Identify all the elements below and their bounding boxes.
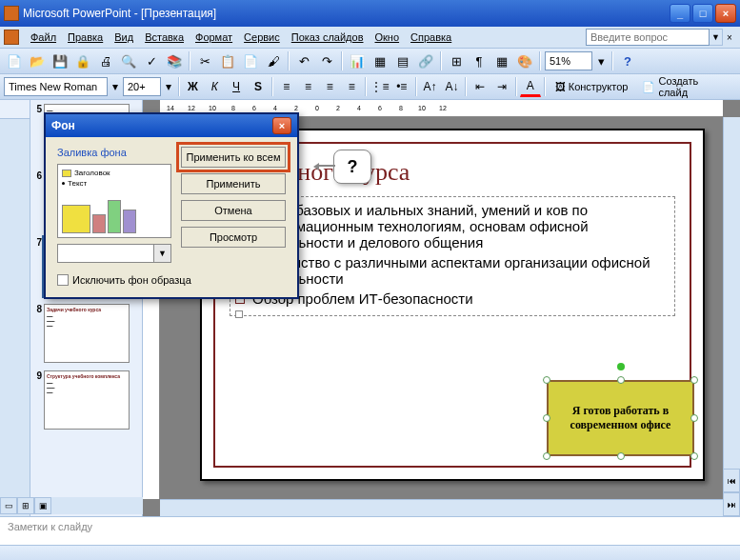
expand-icon[interactable]: ⊞ [446, 50, 467, 71]
font-color-icon[interactable]: A [520, 76, 541, 97]
help-icon[interactable]: ? [617, 50, 638, 71]
help-dropdown-icon[interactable]: ▼ [710, 29, 723, 46]
thumbnail-item[interactable]: 8Задачи учебного курса━━━━━━━━━━ [32, 304, 140, 363]
resize-handle[interactable] [543, 414, 550, 422]
show-formatting-icon[interactable]: ¶ [469, 50, 490, 71]
apply-button[interactable]: Применить [181, 173, 286, 194]
menu-tools[interactable]: Сервис [238, 30, 286, 45]
close-button[interactable]: × [715, 4, 736, 23]
cancel-button[interactable]: Отмена [181, 200, 286, 221]
chart-icon[interactable]: 📊 [347, 50, 368, 71]
new-slide-button[interactable]: 📄Создать слайд [635, 76, 736, 97]
increase-indent-icon[interactable]: ⇥ [491, 76, 512, 97]
align-justify-icon[interactable]: ≡ [341, 76, 362, 97]
resize-handle[interactable] [617, 376, 625, 384]
research-icon[interactable]: 📚 [164, 50, 185, 71]
decrease-font-icon[interactable]: A↓ [441, 76, 462, 97]
bullet-item[interactable]: чение базовых и иальных знаний, умений и… [235, 202, 670, 250]
menu-window[interactable]: Окно [370, 30, 406, 45]
color-swatch [58, 245, 153, 262]
design-button[interactable]: 🖼Конструктор [549, 76, 635, 97]
hyperlink-icon[interactable]: 🔗 [415, 50, 436, 71]
menu-view[interactable]: Вид [109, 30, 139, 45]
align-right-icon[interactable]: ≡ [319, 76, 340, 97]
exclude-master-checkbox[interactable] [57, 274, 69, 286]
menu-file[interactable]: Файл [25, 30, 62, 45]
outline-tab[interactable] [0, 100, 30, 119]
minimize-button[interactable]: _ [670, 4, 690, 23]
menu-insert[interactable]: Вставка [139, 30, 190, 45]
font-dropdown-icon[interactable]: ▾ [109, 76, 122, 97]
numbering-icon[interactable]: ⋮≡ [370, 76, 390, 97]
thumbnail-item[interactable]: 9Структура учебного комплекса━━━━━━━━━━ [32, 370, 140, 430]
cut-icon[interactable]: ✂ [194, 50, 215, 71]
resize-handle[interactable] [617, 452, 625, 460]
font-combo[interactable]: Times New Roman [4, 77, 108, 96]
menu-format[interactable]: Формат [190, 30, 238, 45]
sorter-view-button[interactable]: ⊞ [17, 497, 34, 514]
dialog-titlebar[interactable]: Фон × [46, 114, 297, 137]
normal-view-button[interactable]: ▭ [0, 497, 17, 514]
menu-help[interactable]: Справка [405, 30, 457, 45]
paste-icon[interactable]: 📄 [240, 50, 261, 71]
resize-handle[interactable] [690, 414, 698, 422]
zoom-combo[interactable]: 51% [545, 51, 592, 70]
preview-button[interactable]: Просмотр [181, 227, 286, 248]
zoom-dropdown-icon[interactable]: ▾ [594, 50, 608, 71]
decrease-indent-icon[interactable]: ⇤ [470, 76, 490, 97]
dialog-close-button[interactable]: × [272, 117, 291, 134]
document-icon [4, 30, 19, 45]
align-center-icon[interactable]: ≡ [298, 76, 319, 97]
fill-color-combo[interactable]: ▼ [57, 244, 171, 263]
underline-button[interactable]: Ч [226, 76, 247, 97]
prev-slide-button[interactable]: ⏮ [723, 469, 740, 492]
spelling-icon[interactable]: ✓ [141, 50, 162, 71]
color-icon[interactable]: 🎨 [514, 50, 535, 71]
slideshow-view-button[interactable]: ▣ [34, 497, 51, 514]
preview-icon[interactable]: 🔍 [118, 50, 139, 71]
apply-to-all-button[interactable]: Применить ко всем [181, 147, 286, 168]
undo-icon[interactable]: ↶ [293, 50, 314, 71]
permission-icon[interactable]: 🔒 [72, 50, 93, 71]
resize-handle[interactable] [543, 376, 550, 384]
resize-handle[interactable] [690, 452, 698, 460]
vertical-scrollbar[interactable] [723, 117, 740, 469]
bullets-icon[interactable]: •≡ [391, 76, 412, 97]
print-icon[interactable]: 🖨 [95, 50, 116, 71]
menu-slideshow[interactable]: Показ слайдов [286, 30, 370, 45]
resize-handle[interactable] [543, 452, 550, 460]
maximize-button[interactable]: □ [692, 4, 713, 23]
rotate-handle[interactable] [617, 363, 625, 370]
next-slide-button[interactable]: ⏭ [723, 492, 740, 516]
bullet-item[interactable]: Знакомство с различными аспектами органи… [235, 254, 670, 287]
copy-icon[interactable]: 📋 [217, 50, 238, 71]
doc-close-button[interactable]: × [723, 32, 736, 43]
increase-font-icon[interactable]: A↑ [420, 76, 441, 97]
horizontal-scrollbar[interactable] [160, 499, 723, 516]
open-icon[interactable]: 📂 [27, 50, 48, 71]
drawing-toolbar [0, 545, 740, 560]
italic-button[interactable]: К [204, 76, 225, 97]
bold-button[interactable]: Ж [183, 76, 204, 97]
save-icon[interactable]: 💾 [50, 50, 70, 71]
grid-icon[interactable]: ▦ [491, 50, 512, 71]
menu-edit[interactable]: Правка [62, 30, 109, 45]
outline-tab-column [0, 100, 30, 516]
font-size-combo[interactable]: 20+ [123, 77, 161, 96]
callout-text[interactable]: Я готов работать в современном офисе [547, 380, 694, 456]
redo-icon[interactable]: ↷ [316, 50, 337, 71]
shadow-button[interactable]: S [248, 76, 269, 97]
new-icon[interactable]: 📄 [4, 50, 25, 71]
resize-handle[interactable] [690, 376, 698, 384]
dropdown-arrow-icon[interactable]: ▼ [153, 245, 170, 262]
format-painter-icon[interactable]: 🖌 [263, 50, 284, 71]
size-dropdown-icon[interactable]: ▾ [162, 76, 175, 97]
dialog-title: Фон [51, 119, 75, 132]
align-left-icon[interactable]: ≡ [276, 76, 297, 97]
notes-pane[interactable]: Заметки к слайду [0, 516, 740, 545]
callout-shape[interactable]: Я готов работать в современном офисе [547, 380, 694, 456]
tables-borders-icon[interactable]: ▤ [392, 50, 413, 71]
table-icon[interactable]: ▦ [370, 50, 390, 71]
help-search-input[interactable] [586, 29, 710, 46]
bullet-item[interactable]: Обзор проблем ИТ-безопасности [235, 290, 670, 307]
